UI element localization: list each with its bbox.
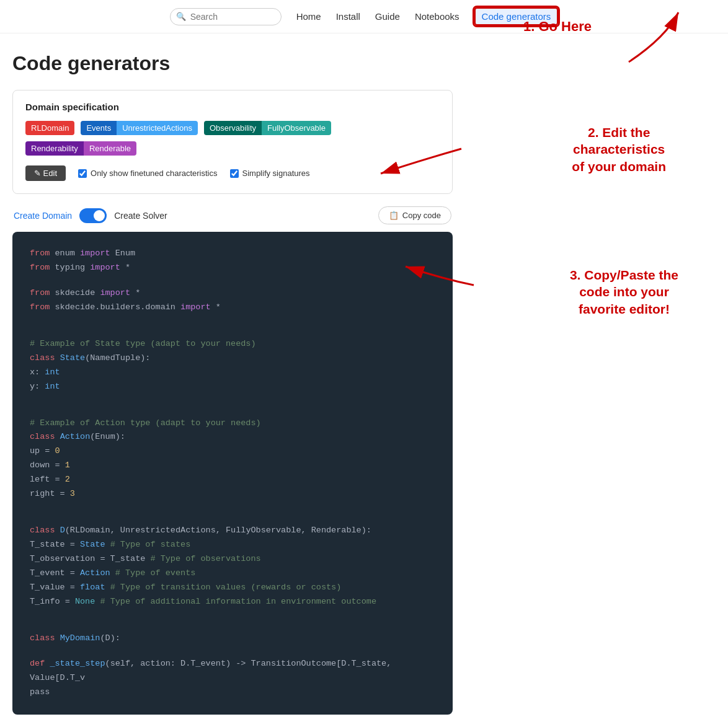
code-line: def _state_step(self, action: D.T_event)… (30, 657, 435, 685)
code-line: # Example of State type (adapt to your n… (30, 337, 435, 351)
tag-rldomain[interactable]: RLDomain (25, 121, 74, 135)
tag-events-value[interactable]: UnrestrictedActions (117, 121, 198, 135)
search-icon: 🔍 (176, 12, 186, 21)
tag-events-label[interactable]: Events (81, 121, 117, 135)
code-line: y: int (30, 380, 435, 394)
domain-spec-card: Domain specification RLDomain Events Unr… (12, 90, 453, 194)
code-line: class State(NamedTuple): (30, 351, 435, 366)
toggle-left: Create Domain Create Solver (14, 208, 167, 223)
nav-install[interactable]: Install (336, 11, 360, 22)
code-line: from enum import Enum (30, 247, 435, 261)
code-line: x: int (30, 366, 435, 380)
tag-observability-label[interactable]: Observability (204, 121, 262, 135)
search-container: 🔍 (170, 8, 282, 25)
copy-code-button[interactable]: 📋 Copy code (378, 206, 451, 224)
navbar: 🔍 Home Install Guide Notebooks Code gene… (0, 0, 728, 33)
toggle-row: Create Domain Create Solver 📋 Copy code (12, 206, 453, 224)
code-line: T_state = State # Type of states (30, 538, 435, 552)
code-line: right = 3 (30, 487, 435, 501)
code-line: T_info = None # Type of additional infor… (30, 595, 435, 609)
code-line: down = 1 (30, 459, 435, 473)
code-line: from typing import * (30, 261, 435, 275)
nav-code-generators[interactable]: Code generators (474, 7, 559, 25)
checkbox-finetuned[interactable]: Only show finetuned characteristics (78, 169, 217, 178)
code-line: pass (30, 685, 435, 700)
code-line: from skdecide import * (30, 286, 435, 301)
tag-renderability-label[interactable]: Renderability (25, 141, 84, 156)
edit-checkbox-row: ✎ Edit Only show finetuned characteristi… (25, 165, 440, 181)
page-title: Code generators (12, 52, 453, 75)
code-line: T_event = Action # Type of events (30, 566, 435, 581)
checkbox-finetuned-input[interactable] (78, 169, 87, 178)
tag-groups: RLDomain Events UnrestrictedActions Obse… (25, 121, 440, 156)
code-line: class MyDomain(D): (30, 632, 435, 646)
tag-observability-value[interactable]: FullyObservable (262, 121, 331, 135)
code-line: up = 0 (30, 444, 435, 459)
tag-group-observability[interactable]: Observability FullyObservable (204, 121, 331, 135)
nav-home[interactable]: Home (296, 11, 321, 22)
code-line: class D(RLDomain, UnrestrictedActions, F… (30, 524, 435, 538)
code-line: class Action(Enum): (30, 430, 435, 444)
code-line: T_observation = T_state # Type of observ… (30, 552, 435, 566)
code-line: left = 2 (30, 473, 435, 487)
nav-notebooks[interactable]: Notebooks (415, 11, 459, 22)
code-line: # Example of Action type (adapt to your … (30, 416, 435, 431)
annotation-step3: 3. Copy/Paste the code into your favorit… (570, 267, 678, 317)
tag-group-renderability[interactable]: Renderability Renderable (25, 141, 136, 156)
edit-button[interactable]: ✎ Edit (25, 165, 66, 181)
tag-renderability-value[interactable]: Renderable (84, 141, 136, 156)
search-input[interactable] (170, 8, 282, 25)
checkbox-simplify-input[interactable] (230, 169, 239, 178)
nav-guide[interactable]: Guide (375, 11, 400, 22)
toggle-switch[interactable] (79, 208, 107, 223)
domain-spec-title: Domain specification (25, 102, 440, 112)
main-content: Code generators Domain specification RLD… (0, 33, 471, 727)
code-line: T_value = float # Type of transition val… (30, 581, 435, 595)
copy-icon: 📋 (389, 211, 399, 220)
tag-group-events[interactable]: Events UnrestrictedActions (81, 121, 197, 135)
create-solver-label: Create Solver (114, 211, 167, 221)
checkbox-simplify-label: Simplify signatures (242, 169, 310, 178)
annotation-step2: 2. Edit the characteristics of your doma… (572, 124, 666, 175)
copy-code-label: Copy code (402, 211, 441, 220)
checkbox-simplify[interactable]: Simplify signatures (230, 169, 310, 178)
checkbox-finetuned-label: Only show finetuned characteristics (91, 169, 217, 178)
create-domain-link[interactable]: Create Domain (14, 211, 72, 221)
code-block: from enum import Enumfrom typing import … (12, 232, 453, 715)
code-line: from skdecide.builders.domain import * (30, 301, 435, 315)
